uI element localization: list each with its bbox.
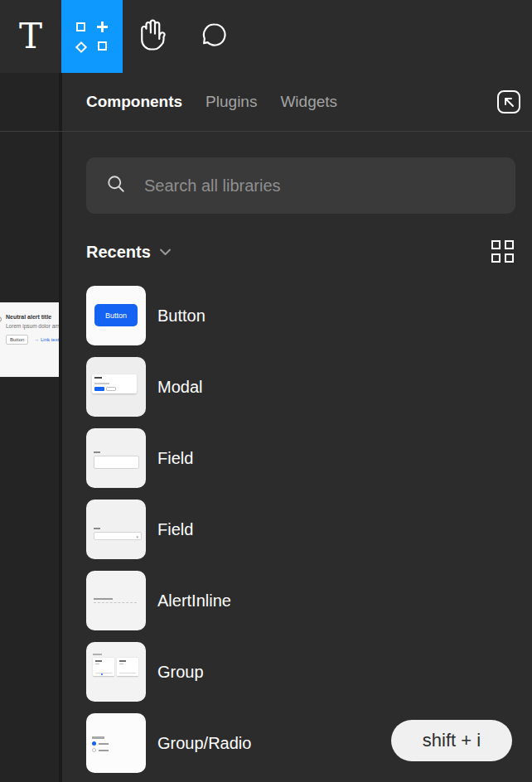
text-tool-icon: T: [19, 19, 42, 54]
canvas-area[interactable]: Neutral alert title Lorem ipsum dolor am…: [0, 73, 62, 782]
hand-tool-button[interactable]: [123, 0, 184, 73]
alert-title: Neutral alert title: [6, 314, 62, 320]
thumbnail-modal: [86, 357, 146, 417]
item-label: Modal: [157, 378, 202, 397]
components-tool-button[interactable]: [61, 0, 123, 73]
alert-body-text: Lorem ipsum dolor amet conse: [6, 323, 62, 329]
thumbnail-alertinline: [86, 571, 146, 630]
open-in-canvas-icon[interactable]: [496, 89, 522, 115]
tab-widgets[interactable]: Widgets: [280, 93, 337, 111]
list-item-alertinline[interactable]: AlertInline: [86, 571, 515, 630]
tab-plugins[interactable]: Plugins: [206, 93, 257, 111]
search-icon: [104, 172, 128, 199]
thumbnail-field-select: ▾: [86, 500, 146, 559]
top-toolbar: T: [0, 0, 532, 73]
thumbnail-field: [86, 428, 146, 488]
grid-view-icon[interactable]: [491, 240, 515, 264]
thumbnail-group-radio: [86, 713, 146, 773]
canvas-alert-card[interactable]: Neutral alert title Lorem ipsum dolor am…: [0, 302, 62, 377]
item-label: Group/Radio: [157, 734, 251, 753]
item-label: Group: [157, 663, 204, 682]
list-item-field-select[interactable]: ▾ Field: [86, 500, 515, 559]
list-item-field-input[interactable]: Field: [86, 428, 515, 488]
tabs-divider: [0, 131, 532, 132]
alert-info-icon: [0, 316, 2, 322]
recents-header: Recents: [86, 239, 515, 265]
recents-list: Button Button Modal Field ▾ Field: [86, 286, 515, 773]
components-icon: [76, 22, 108, 51]
hand-icon: [137, 18, 170, 55]
alert-link[interactable]: → Link text: [34, 337, 59, 342]
text-tool-button[interactable]: T: [0, 0, 61, 73]
item-label: AlertInline: [157, 591, 231, 611]
list-item-group[interactable]: Group: [86, 642, 515, 702]
chevron-down-icon[interactable]: [159, 244, 172, 259]
list-item-modal[interactable]: Modal: [86, 357, 515, 417]
alert-button[interactable]: Button: [6, 335, 28, 345]
thumbnail-button: Button: [86, 286, 146, 345]
list-item-button[interactable]: Button Button: [86, 286, 515, 345]
search-box[interactable]: [86, 157, 515, 214]
search-input[interactable]: [144, 176, 492, 196]
item-label: Field: [157, 520, 193, 539]
comment-icon: [198, 18, 231, 55]
tab-components[interactable]: Components: [86, 93, 182, 111]
comment-tool-button[interactable]: [184, 0, 245, 73]
recents-title[interactable]: Recents: [86, 243, 151, 262]
item-label: Field: [157, 449, 193, 468]
mini-button: Button: [94, 304, 138, 326]
thumbnail-group: [86, 642, 146, 702]
item-label: Button: [157, 307, 206, 326]
components-panel: Components Plugins Widgets Recents: [62, 73, 532, 782]
panel-tabs: Components Plugins Widgets: [62, 73, 532, 131]
shortcut-badge: shift + i: [391, 720, 512, 761]
